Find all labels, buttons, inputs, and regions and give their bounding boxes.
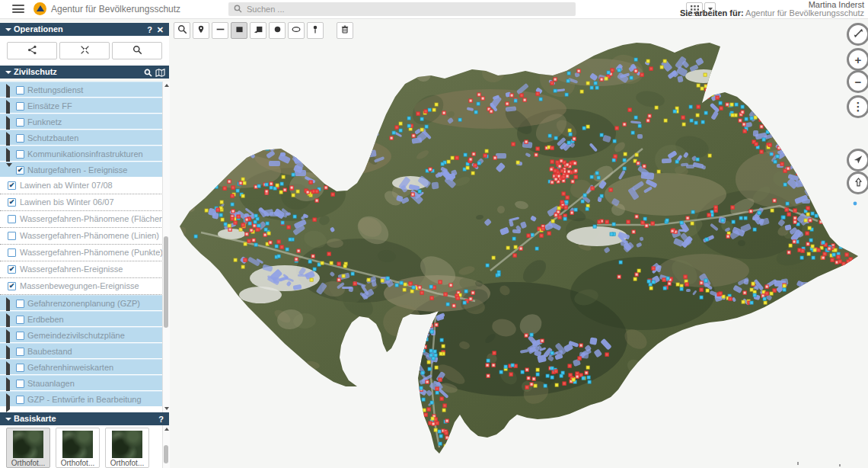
layer-row-group[interactable]: Einsätze FF bbox=[0, 98, 169, 114]
layer-row-group[interactable]: Gefahrenzonenplanung (GZP) bbox=[0, 295, 169, 311]
collapse-caret-icon[interactable] bbox=[5, 418, 11, 421]
layer-row-group[interactable]: Gemeindezivilschutzpläne bbox=[0, 327, 169, 343]
layer-row-group[interactable]: ✔Naturgefahren - Ereignisse bbox=[0, 162, 169, 178]
map-tool-ellipse[interactable] bbox=[288, 22, 305, 39]
layer-row-group[interactable]: Gefahrenhinweiskarten bbox=[0, 359, 169, 375]
layer-checkbox[interactable] bbox=[16, 380, 24, 388]
layer-checkbox[interactable] bbox=[8, 248, 16, 257]
main-area: +−⋮ Operationen ? ✕ Zivilschutz Rettungs… bbox=[0, 18, 868, 468]
measure-icon bbox=[853, 27, 864, 41]
menu-hamburger-icon[interactable] bbox=[12, 5, 24, 14]
point-marker-icon bbox=[196, 24, 206, 37]
layer-row-group[interactable]: Stauanlagen bbox=[0, 375, 169, 391]
layer-row-group[interactable]: Kommunikationsinfrastrukturen bbox=[0, 146, 169, 162]
chevron-right-icon[interactable] bbox=[6, 396, 10, 410]
map-tool-polygon-select[interactable] bbox=[250, 22, 266, 39]
map-tool-line[interactable] bbox=[212, 22, 228, 39]
layer-checkbox[interactable] bbox=[8, 215, 16, 223]
layer-label: Stauanlagen bbox=[27, 379, 75, 388]
share-nodes-icon bbox=[27, 44, 37, 58]
map-tool-circle[interactable] bbox=[269, 22, 286, 39]
basemap-panel-title: Basiskarte bbox=[14, 414, 56, 423]
basemap-strip: Orthofot...Orthofot...Orthofot... bbox=[0, 425, 169, 468]
layer-checkbox[interactable]: ✔ bbox=[8, 282, 16, 290]
basemap-panel-header[interactable]: Basiskarte ? bbox=[0, 412, 169, 425]
map-control-north-up[interactable] bbox=[847, 171, 868, 194]
basemap-thumbnail[interactable]: Orthofot... bbox=[6, 428, 50, 468]
layer-checkbox[interactable] bbox=[16, 348, 24, 356]
global-search-input[interactable]: Suchen ... bbox=[228, 2, 576, 16]
map-control-more-options[interactable]: ⋮ bbox=[847, 95, 868, 118]
basemap-thumbnail[interactable]: Orthofot... bbox=[56, 428, 100, 468]
trash-icon bbox=[340, 24, 349, 37]
lone-blue-marker bbox=[854, 202, 857, 206]
map-legend-icon[interactable] bbox=[155, 68, 165, 81]
layer-checkbox[interactable] bbox=[16, 118, 24, 127]
close-icon[interactable]: ✕ bbox=[157, 24, 164, 37]
layer-checkbox[interactable]: ✔ bbox=[16, 166, 24, 175]
layer-checkbox[interactable] bbox=[16, 102, 24, 111]
layers-panel-header[interactable]: Zivilschutz bbox=[0, 66, 169, 79]
map-control-measure[interactable] bbox=[847, 23, 868, 46]
layer-label: Kommunikationsinfrastrukturen bbox=[27, 149, 143, 159]
layer-checkbox[interactable] bbox=[16, 332, 24, 340]
scrollbar-thumb[interactable] bbox=[164, 445, 168, 463]
user-info[interactable]: Martina Inderst Sie arbeiten für: Agentu… bbox=[680, 1, 864, 18]
map-control-zoom-out[interactable]: − bbox=[847, 70, 868, 93]
map-tool-trash[interactable] bbox=[337, 22, 353, 39]
layer-row-sublayer[interactable]: ✔Lawinen ab Winter 07/08 bbox=[0, 178, 169, 194]
layer-row-group[interactable]: Funknetz bbox=[0, 114, 169, 130]
pushpin-icon bbox=[311, 24, 320, 37]
layer-row-group[interactable]: GZP - Entwürfe in Bearbeitung bbox=[0, 391, 169, 407]
layer-checkbox[interactable] bbox=[16, 300, 24, 308]
scroll-up-icon[interactable] bbox=[164, 428, 169, 431]
basemap-scrollbar[interactable] bbox=[162, 425, 170, 468]
layer-checkbox[interactable] bbox=[16, 86, 24, 95]
layer-checkbox[interactable] bbox=[16, 396, 24, 404]
scroll-up-icon[interactable] bbox=[164, 84, 169, 87]
operations-panel-header[interactable]: Operationen ? ✕ bbox=[0, 23, 169, 36]
basemap-label: Orthofot... bbox=[106, 459, 148, 467]
map-tool-search[interactable] bbox=[174, 22, 190, 39]
basemap-label: Orthofot... bbox=[56, 459, 99, 467]
map-control-zoom-in[interactable]: + bbox=[847, 48, 868, 71]
layer-row-group[interactable]: Erdbeben bbox=[0, 311, 169, 327]
map-tool-point-marker[interactable] bbox=[193, 22, 209, 39]
layer-checkbox[interactable] bbox=[16, 316, 24, 324]
layer-row-sublayer[interactable]: ✔Wassergefahren-Ereignisse bbox=[0, 261, 169, 278]
map-tool-pushpin[interactable] bbox=[307, 22, 324, 39]
orthophoto-preview bbox=[62, 431, 93, 458]
layer-row-group[interactable]: Schutzbauten bbox=[0, 130, 169, 146]
operation-button-share-nodes[interactable] bbox=[7, 42, 57, 59]
polygon-select-icon bbox=[254, 24, 263, 37]
layer-row-sublayer[interactable]: ✔Lawinen bis Winter 06/07 bbox=[0, 194, 169, 211]
search-icon[interactable] bbox=[144, 68, 152, 81]
layer-row-sublayer[interactable]: Wassergefahren-Phänomene (Punkte) bbox=[0, 245, 169, 261]
map-tool-rectangle[interactable] bbox=[231, 22, 247, 39]
layer-row-sublayer[interactable]: ✔Massenbewegungen-Ereignisse bbox=[0, 278, 169, 295]
layer-checkbox[interactable] bbox=[16, 364, 24, 372]
map-control-locate[interactable] bbox=[847, 149, 868, 171]
operation-button-arrows-center[interactable] bbox=[59, 42, 110, 59]
map-toolbar bbox=[174, 22, 353, 39]
layer-list-scrollbar[interactable] bbox=[162, 82, 170, 412]
layer-row-group[interactable]: Baubestand bbox=[0, 343, 169, 359]
scroll-down-icon[interactable] bbox=[164, 407, 169, 410]
help-icon[interactable]: ? bbox=[158, 413, 164, 426]
layer-checkbox[interactable] bbox=[16, 150, 24, 159]
layer-row-sublayer[interactable]: Wassergefahren-Phänomene (Flächen) bbox=[0, 211, 169, 228]
layer-row-sublayer[interactable]: Wassergefahren-Phänomene (Linien) bbox=[0, 228, 169, 245]
collapse-caret-icon[interactable] bbox=[5, 71, 11, 74]
collapse-caret-icon[interactable] bbox=[5, 28, 11, 31]
layer-checkbox[interactable]: ✔ bbox=[8, 198, 16, 207]
map-canvas[interactable] bbox=[171, 42, 868, 468]
operation-button-search[interactable] bbox=[112, 42, 162, 59]
layer-checkbox[interactable]: ✔ bbox=[8, 265, 16, 274]
layer-row-group[interactable]: Rettungsdienst bbox=[0, 82, 169, 98]
layer-checkbox[interactable] bbox=[8, 232, 16, 240]
layer-checkbox[interactable] bbox=[16, 134, 24, 143]
scrollbar-thumb[interactable] bbox=[164, 236, 168, 328]
help-icon[interactable]: ? bbox=[147, 24, 152, 37]
layer-checkbox[interactable]: ✔ bbox=[8, 181, 16, 190]
basemap-thumbnail[interactable]: Orthofot... bbox=[105, 428, 149, 468]
